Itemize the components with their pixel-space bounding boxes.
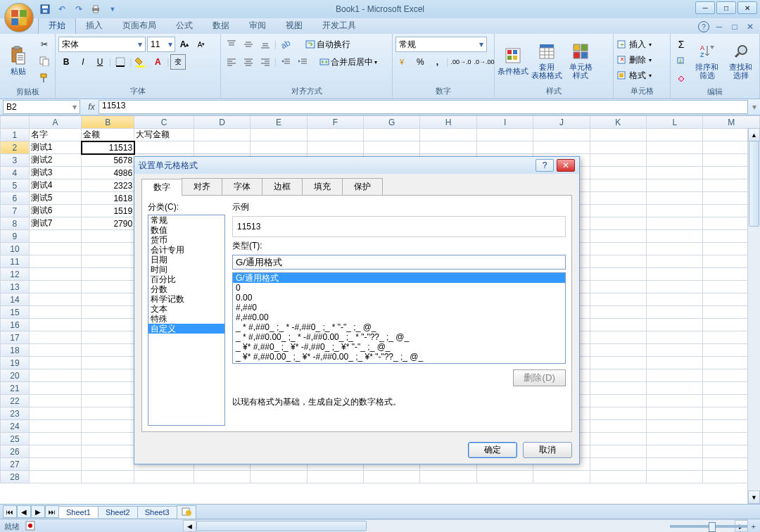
dialog-help-button[interactable]: ?	[536, 159, 554, 172]
row-header-13[interactable]: 13	[1, 281, 30, 293]
cell-K16[interactable]	[590, 319, 646, 331]
cell-A24[interactable]	[29, 420, 82, 433]
cell-B2[interactable]: 11513	[82, 141, 134, 154]
cell-B9[interactable]	[82, 230, 134, 243]
decrease-font-icon[interactable]: A▾	[194, 37, 209, 52]
border-button[interactable]	[113, 54, 128, 70]
cell-B28[interactable]	[82, 471, 134, 483]
copy-icon[interactable]	[37, 53, 52, 69]
cell-E1[interactable]	[251, 129, 307, 141]
cell-K9[interactable]	[590, 230, 646, 243]
cell-A28[interactable]	[29, 471, 82, 483]
format-painter-icon[interactable]	[37, 70, 52, 86]
cut-icon[interactable]: ✂	[37, 37, 52, 52]
save-icon[interactable]	[38, 2, 52, 16]
row-header-27[interactable]: 27	[1, 458, 30, 471]
cell-H28[interactable]	[420, 471, 476, 483]
cell-A2[interactable]: 测试1	[29, 141, 82, 154]
cell-L16[interactable]	[647, 319, 703, 331]
clear-icon[interactable]	[673, 70, 689, 86]
cell-A12[interactable]	[29, 268, 82, 281]
cell-L3[interactable]	[647, 154, 703, 167]
category-item[interactable]: 特殊	[148, 314, 224, 324]
ribbon-minimize-icon[interactable]: ─	[714, 21, 725, 32]
sheet-tab-3[interactable]: Sheet3	[137, 506, 177, 518]
cell-B3[interactable]: 5678	[82, 154, 134, 167]
currency-icon[interactable]: ¥	[395, 54, 411, 70]
cell-K19[interactable]	[590, 357, 646, 369]
cell-K10[interactable]	[590, 243, 646, 255]
cell-G1[interactable]	[364, 129, 420, 141]
fill-down-icon[interactable]	[673, 53, 689, 69]
col-header-D[interactable]: D	[194, 116, 250, 129]
cell-A19[interactable]	[29, 357, 82, 369]
cell-L7[interactable]	[647, 205, 703, 217]
cell-J1[interactable]	[533, 129, 590, 141]
cell-F1[interactable]	[307, 129, 363, 141]
cell-L19[interactable]	[647, 357, 703, 369]
cell-B16[interactable]	[82, 319, 134, 331]
cell-A6[interactable]: 测试5	[29, 192, 82, 205]
row-header-10[interactable]: 10	[1, 243, 30, 255]
cell-A20[interactable]	[29, 369, 82, 382]
orientation-icon[interactable]: ab	[278, 37, 293, 52]
row-header-1[interactable]: 1	[1, 129, 30, 141]
cell-K8[interactable]	[590, 217, 646, 230]
cell-K28[interactable]	[590, 471, 646, 483]
format-item[interactable]: #,##0;-#,##0	[233, 362, 565, 364]
cell-L5[interactable]	[647, 179, 703, 192]
cell-L13[interactable]	[647, 281, 703, 293]
cell-L10[interactable]	[647, 243, 703, 255]
vertical-scrollbar[interactable]: ▲ ▼	[747, 128, 760, 504]
row-header-12[interactable]: 12	[1, 268, 30, 281]
cell-B11[interactable]	[82, 255, 134, 268]
dialog-tab-font[interactable]: 字体	[222, 178, 262, 195]
row-header-21[interactable]: 21	[1, 382, 30, 395]
format-item[interactable]: _ * #,##0.00_ ;_ * -#,##0.00_ ;_ * "-"??…	[233, 332, 565, 342]
cell-K22[interactable]	[590, 395, 646, 407]
cell-K15[interactable]	[590, 306, 646, 319]
close-button[interactable]: ✕	[737, 1, 757, 14]
cell-B7[interactable]: 1519	[82, 205, 134, 217]
align-top-icon[interactable]	[224, 37, 239, 52]
cell-K23[interactable]	[590, 407, 646, 420]
cell-L28[interactable]	[647, 471, 703, 483]
col-header-K[interactable]: K	[590, 116, 646, 129]
tab-insert[interactable]: 插入	[76, 18, 113, 34]
doc-close-icon[interactable]: ✕	[745, 21, 756, 32]
category-item[interactable]: 日期	[148, 255, 224, 265]
sheet-tab-2[interactable]: Sheet2	[98, 506, 138, 518]
cell-C1[interactable]: 大写金额	[134, 129, 194, 141]
format-item[interactable]: _ ¥* #,##0_ ;_ ¥* -#,##0_ ;_ ¥* "-"_ ;_ …	[233, 342, 565, 352]
fx-icon[interactable]: fx	[84, 101, 99, 113]
col-header-B[interactable]: B	[82, 116, 134, 129]
cell-B17[interactable]	[82, 331, 134, 344]
cell-B23[interactable]	[82, 407, 134, 420]
cell-K20[interactable]	[590, 369, 646, 382]
cell-B15[interactable]	[82, 306, 134, 319]
cell-H1[interactable]	[420, 129, 476, 141]
cell-K25[interactable]	[590, 433, 646, 445]
cell-L24[interactable]	[647, 420, 703, 433]
row-header-8[interactable]: 8	[1, 217, 30, 230]
cell-F2[interactable]	[307, 141, 363, 154]
row-header-22[interactable]: 22	[1, 395, 30, 407]
col-header-C[interactable]: C	[134, 116, 194, 129]
cell-C28[interactable]	[134, 471, 194, 483]
cell-A25[interactable]	[29, 433, 82, 445]
cell-K24[interactable]	[590, 420, 646, 433]
cell-L25[interactable]	[647, 433, 703, 445]
comma-style-icon[interactable]: ,	[429, 54, 445, 70]
cell-I1[interactable]	[476, 129, 533, 141]
cell-L11[interactable]	[647, 255, 703, 268]
row-header-2[interactable]: 2	[1, 141, 30, 154]
cell-E2[interactable]	[251, 141, 307, 154]
cell-A8[interactable]: 测试7	[29, 217, 82, 230]
row-header-3[interactable]: 3	[1, 154, 30, 167]
formula-bar-expand[interactable]: ▾	[748, 102, 760, 112]
cell-B4[interactable]: 4986	[82, 167, 134, 179]
cell-L6[interactable]	[647, 192, 703, 205]
align-right-icon[interactable]	[258, 54, 273, 70]
category-item[interactable]: 常规	[148, 215, 224, 225]
row-header-15[interactable]: 15	[1, 306, 30, 319]
